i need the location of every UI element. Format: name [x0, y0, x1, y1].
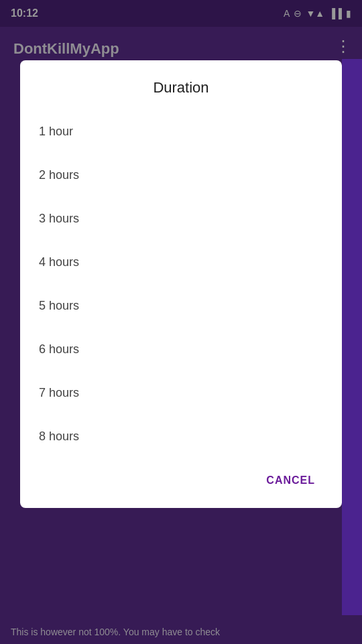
duration-dialog: Duration 1 hour2 hours3 hours4 hours5 ho…: [20, 60, 342, 508]
duration-option-2[interactable]: 2 hours: [20, 153, 342, 197]
dialog-actions: CANCEL: [20, 458, 342, 497]
dialog-title: Duration: [20, 60, 342, 110]
duration-option-8[interactable]: 8 hours: [20, 415, 342, 458]
cancel-button[interactable]: CANCEL: [255, 469, 326, 492]
duration-options-list: 1 hour2 hours3 hours4 hours5 hours6 hour…: [20, 110, 342, 458]
duration-option-5[interactable]: 5 hours: [20, 284, 342, 328]
duration-option-7[interactable]: 7 hours: [20, 371, 342, 415]
duration-option-6[interactable]: 6 hours: [20, 328, 342, 371]
duration-option-4[interactable]: 4 hours: [20, 241, 342, 284]
duration-option-3[interactable]: 3 hours: [20, 197, 342, 241]
duration-option-1[interactable]: 1 hour: [20, 110, 342, 153]
